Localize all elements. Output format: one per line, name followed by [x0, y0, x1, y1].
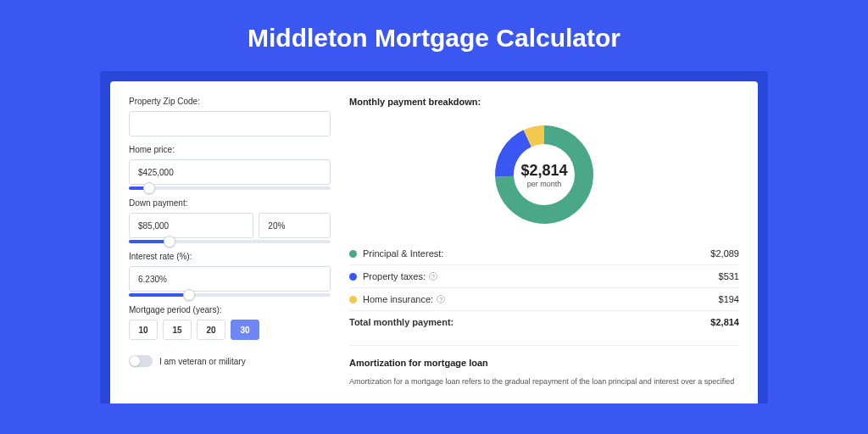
period-btn-15[interactable]: 15 [163, 320, 192, 340]
zip-group: Property Zip Code: [129, 97, 331, 136]
mortgage-period-group: Mortgage period (years): 10152030 [129, 305, 331, 340]
amortization-heading: Amortization for mortgage loan [349, 358, 739, 368]
home-price-label: Home price: [129, 145, 331, 154]
donut-chart: $2,814 per month [349, 115, 739, 234]
veteran-label: I am veteran or military [159, 357, 246, 366]
legend-dot [349, 250, 357, 258]
form-column: Property Zip Code: Home price: Down paym… [129, 97, 331, 403]
legend-label: Property taxes:? [363, 271, 437, 281]
outer-card: Property Zip Code: Home price: Down paym… [100, 71, 768, 403]
interest-rate-label: Interest rate (%): [129, 252, 331, 261]
donut-center: $2,814 per month [520, 162, 567, 188]
period-btn-30[interactable]: 30 [231, 320, 259, 340]
zip-label: Property Zip Code: [129, 97, 331, 106]
down-payment-label: Down payment: [129, 198, 331, 208]
breakdown-column: Monthly payment breakdown: $2,814 per mo… [349, 97, 739, 403]
down-payment-group: Down payment: [129, 198, 331, 243]
interest-rate-slider[interactable] [129, 293, 331, 297]
veteran-row: I am veteran or military [129, 355, 331, 367]
page-title: Middleton Mortgage Calculator [0, 0, 868, 71]
home-price-input[interactable] [129, 159, 331, 185]
legend-row: Property taxes:?$531 [349, 264, 739, 287]
amortization-text: Amortization for a mortgage loan refers … [349, 376, 739, 388]
down-payment-slider[interactable] [129, 240, 331, 243]
interest-rate-group: Interest rate (%): [129, 252, 331, 297]
interest-rate-input[interactable] [129, 266, 331, 292]
period-btn-10[interactable]: 10 [129, 320, 158, 340]
donut-sub: per month [520, 180, 567, 188]
info-icon[interactable]: ? [429, 272, 437, 281]
legend-row: Home insurance:?$194 [349, 287, 739, 310]
legend-label: Principal & Interest: [363, 248, 443, 259]
down-payment-percent-input[interactable] [259, 213, 331, 238]
down-payment-amount-input[interactable] [129, 213, 253, 238]
mortgage-period-label: Mortgage period (years): [129, 305, 331, 314]
legend-amount: $531 [719, 271, 739, 281]
calculator-card: Property Zip Code: Home price: Down paym… [110, 81, 758, 403]
home-price-slider[interactable] [129, 186, 331, 190]
info-icon[interactable]: ? [437, 295, 445, 303]
period-btn-20[interactable]: 20 [197, 320, 225, 340]
legend-dot [349, 296, 357, 303]
legend-label: Home insurance:? [363, 294, 445, 304]
legend-amount: $194 [719, 294, 739, 304]
zip-input[interactable] [129, 111, 331, 136]
toggle-knob [130, 356, 140, 366]
legend-dot [349, 273, 357, 281]
legend-total-label: Total monthly payment: [349, 317, 453, 327]
veteran-toggle[interactable] [129, 355, 153, 367]
legend-total-row: Total monthly payment: $2,814 [349, 310, 739, 333]
breakdown-heading: Monthly payment breakdown: [349, 97, 739, 107]
home-price-group: Home price: [129, 145, 331, 190]
legend-total-amount: $2,814 [710, 317, 739, 327]
legend-amount: $2,089 [710, 248, 739, 259]
amortization-section: Amortization for mortgage loan Amortizat… [349, 345, 739, 388]
donut-amount: $2,814 [520, 162, 567, 180]
legend-row: Principal & Interest:$2,089 [349, 242, 739, 264]
mortgage-period-buttons: 10152030 [129, 320, 331, 340]
legend: Principal & Interest:$2,089Property taxe… [349, 242, 739, 310]
